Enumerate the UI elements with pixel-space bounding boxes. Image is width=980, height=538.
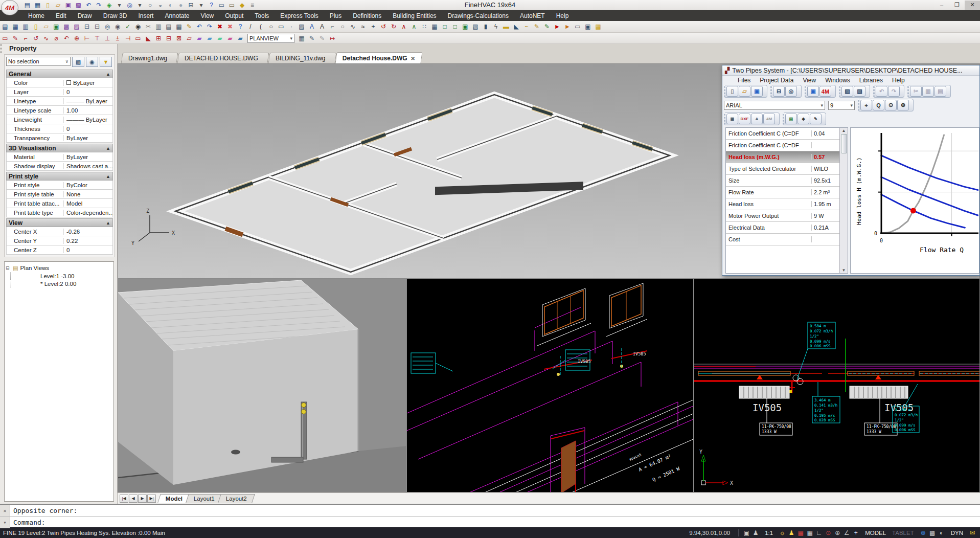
menu-item[interactable]: Home	[22, 11, 50, 20]
lightning-icon[interactable]: ϟ	[491, 22, 501, 31]
new-icon[interactable]: ▯	[31, 22, 41, 31]
copy-layout-icon[interactable]: ▭	[227, 1, 237, 9]
dim-wave-icon[interactable]: ∿	[41, 34, 51, 43]
redo-icon[interactable]: ↷	[204, 22, 215, 31]
acis-out-icon[interactable]: ▨	[72, 22, 82, 31]
extrude-icon[interactable]: ▧	[470, 22, 481, 31]
layout-tab[interactable]: Layout2	[218, 494, 255, 503]
compass-icon[interactable]: ◈	[797, 114, 809, 124]
dxf-icon[interactable]: DXF	[739, 114, 750, 124]
menu-item[interactable]: Output	[219, 11, 249, 20]
dim-rect-icon[interactable]: ▭	[0, 34, 10, 43]
scrollbar-thumb[interactable]	[841, 134, 847, 153]
undo-icon[interactable]: ↶	[876, 86, 887, 97]
exit-icon[interactable]: ↦	[327, 34, 337, 43]
dim-rotate-icon[interactable]: ↺	[31, 34, 41, 43]
hatch-icon[interactable]: ▨	[297, 22, 307, 31]
filter-icon[interactable]: ▼	[100, 57, 112, 67]
dim-edit-icon[interactable]: ✎	[10, 34, 20, 43]
tray-mail-icon[interactable]: ✉	[968, 529, 977, 536]
bld-new-icon[interactable]: ▤	[22, 1, 32, 9]
dim-aligned-icon[interactable]: ⊤	[92, 34, 102, 43]
box-icon[interactable]: □	[440, 22, 450, 31]
pen-add-icon[interactable]: ✎	[542, 22, 552, 31]
cut-icon[interactable]: ✂	[910, 86, 922, 97]
table-row[interactable]: Motor Power Output 9 W	[726, 210, 839, 222]
property-row[interactable]: Thickness 0	[6, 124, 113, 133]
hatch-grid-icon[interactable]: ▦	[297, 34, 307, 43]
section-header[interactable]: 3D Visualisation ▲	[6, 144, 113, 152]
polyline-icon[interactable]: ⌐	[327, 22, 337, 31]
sketch-icon[interactable]: ~	[521, 22, 532, 31]
menu-item[interactable]: Building Entities	[387, 11, 442, 20]
property-row[interactable]: Center X -0.26	[6, 227, 113, 236]
property-row[interactable]: Print table type Color-dependen...	[6, 208, 113, 217]
property-row[interactable]: Shadow display Shadows cast a...	[6, 162, 113, 171]
menu-item[interactable]: Edit	[50, 11, 72, 20]
collapse-caret-icon[interactable]: ▲	[106, 72, 110, 77]
menu-item[interactable]: View	[195, 11, 219, 20]
layout-nav-button[interactable]: |◀	[120, 495, 128, 503]
preview-icon[interactable]: ◎	[102, 22, 112, 31]
render-sphere-icon[interactable]: ●	[176, 1, 186, 9]
crosshair-icon[interactable]: +	[851, 529, 860, 536]
property-row[interactable]: Color ByLayer	[6, 78, 113, 87]
annotation-scale-icon[interactable]: ♟	[751, 529, 760, 536]
menu-item[interactable]: Drawings-Calculations	[442, 11, 514, 20]
table-scrollbar[interactable]: ▲ ▼	[839, 128, 848, 273]
section-header[interactable]: General ▲	[6, 70, 113, 78]
settings-gear-icon[interactable]: ⊛	[919, 529, 928, 536]
histogram-icon[interactable]: ▮	[481, 22, 491, 31]
acis-in-icon[interactable]: ▩	[61, 22, 72, 31]
nav-cube-icon[interactable]: ◈	[104, 1, 114, 9]
wireframe-sphere-icon[interactable]: ○	[145, 1, 155, 9]
flag-icon[interactable]: ►	[552, 22, 562, 31]
table-row[interactable]: Friction Coefficient C (C=DF 0.04	[726, 128, 839, 140]
print-icon[interactable]: ⊟	[82, 22, 92, 31]
4m-cad-icon[interactable]: 4M	[763, 114, 775, 124]
bld-props-icon[interactable]: ▥	[20, 22, 31, 31]
ruler-icon[interactable]: ▬	[501, 22, 511, 31]
bld-folder-icon[interactable]: ▦	[10, 22, 20, 31]
dialog-menu-item[interactable]: Files	[734, 77, 755, 84]
font-size-selector[interactable]: 9 ▾	[828, 101, 855, 110]
erase-icon[interactable]: ✖	[215, 22, 225, 31]
menu-item[interactable]: Tools	[249, 11, 275, 20]
open-icon[interactable]: ▱	[41, 22, 51, 31]
window-icon[interactable]: ▭	[573, 22, 583, 31]
spell-check-icon[interactable]: ✓	[123, 22, 133, 31]
new-file-icon[interactable]: ▯	[43, 1, 53, 9]
dim-wedge-icon[interactable]: ◣	[143, 34, 153, 43]
property-row[interactable]: Linetype ——— ByLayer	[6, 97, 113, 106]
ortho-icon[interactable]: ∟	[814, 529, 824, 536]
dialog-menu-item[interactable]: Windows	[821, 77, 854, 84]
layer-tool5-icon[interactable]: ▰	[235, 34, 245, 43]
text-style-icon[interactable]: A	[751, 114, 763, 124]
table-row[interactable]: Size 92.5x1	[726, 175, 839, 187]
dialog-menu-item[interactable]: Help	[888, 77, 909, 84]
table-row[interactable]: Cost	[726, 234, 839, 245]
menu-item[interactable]: Express Tools	[275, 11, 324, 20]
save-icon[interactable]: ▣	[51, 22, 61, 31]
layer-tool4-icon[interactable]: ▰	[225, 34, 235, 43]
pen-icon[interactable]: ✎	[532, 22, 542, 31]
zoom-dynamic-icon[interactable]: ⊙	[885, 100, 897, 110]
collapse-caret-icon[interactable]: ▲	[106, 146, 110, 151]
text-edit-icon[interactable]: ✎	[810, 114, 822, 124]
cut-icon[interactable]: ✂	[143, 22, 153, 31]
minimize-button[interactable]: –	[934, 1, 949, 10]
dropdown-icon[interactable]: ▾	[115, 1, 124, 9]
viewport-axonometric[interactable]: IV505 IV505 space5 A = 64.07 m² Q = 2501…	[406, 279, 694, 492]
dim-linear-icon[interactable]: ⊢	[82, 34, 92, 43]
property-row[interactable]: Print style table None	[6, 190, 113, 199]
command-input[interactable]: Command:	[10, 519, 45, 526]
slope-icon[interactable]: ◣	[511, 22, 521, 31]
pick-icon[interactable]: +	[860, 100, 872, 110]
mirror-icon[interactable]: ∧	[399, 22, 409, 31]
property-row[interactable]: Print table attac... Model	[6, 199, 113, 208]
text-icon[interactable]: A	[307, 22, 317, 31]
help-book-icon[interactable]: ▣	[807, 86, 819, 97]
save-as-icon[interactable]: ▩	[74, 1, 83, 9]
selection-dropdown[interactable]: No selection ∨	[6, 57, 71, 66]
save-icon[interactable]: ▣	[751, 86, 763, 97]
